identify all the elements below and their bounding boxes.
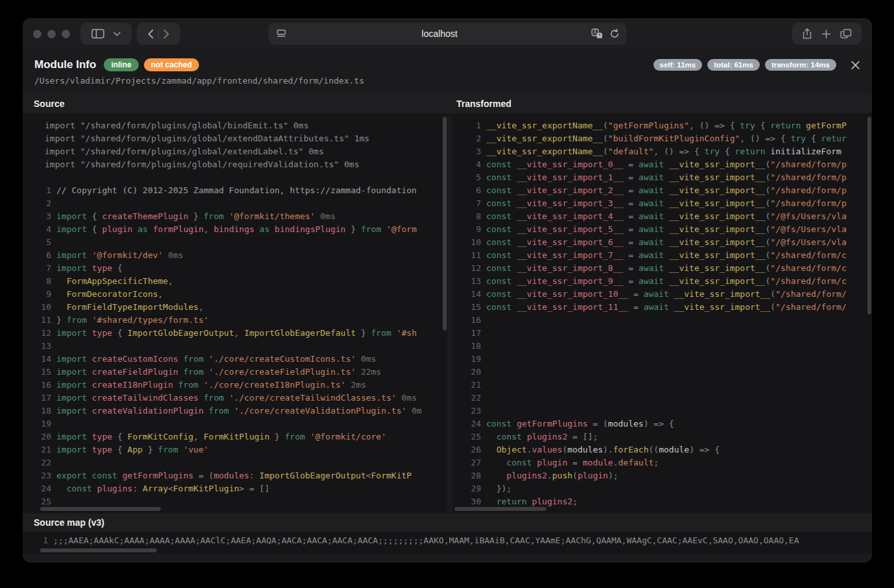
line-number: 18 [33,405,51,417]
source-vertical-scrollbar[interactable] [443,117,447,331]
minimize-window-button[interactable] [47,30,56,38]
line-number: 16 [463,314,481,327]
reload-button[interactable] [609,29,620,39]
share-button[interactable] [797,23,817,45]
code-line: 1// Copyright (C) 2012-2025 Zammad Found… [23,184,447,197]
code-line: 20 [453,366,872,379]
code-line: 18import createValidationPlugin from './… [23,405,447,417]
svg-text:A: A [593,30,597,36]
line-number: 1 [33,534,48,547]
line-number: 4 [463,158,481,171]
chevron-right-icon [163,29,169,39]
line-number: 3 [33,210,51,223]
sourcemap-header: Source map (v3) [23,513,872,532]
sidebar-toggle-button[interactable] [87,23,109,45]
code-line: 4const __vite_ssr_import_0__ = await __v… [453,158,872,171]
reload-icon [609,29,620,39]
line-number: 6 [33,249,51,262]
zoom-window-button[interactable] [62,30,70,38]
line-number: 20 [463,366,481,379]
reader-view-button[interactable] [275,23,288,45]
tabs-icon [840,29,852,39]
forward-button[interactable] [159,23,174,45]
code-line: 28 plugins2.push(plugin); [453,469,872,482]
code-line: 24 const plugins: Array<FormKitPlugin> =… [23,482,447,495]
code-panels: import "/shared/form/plugins/global/bind… [23,114,872,513]
translate-button[interactable]: A * [591,29,603,39]
svg-text:*: * [598,33,601,38]
new-tab-button[interactable] [817,23,836,45]
line-number: 30 [463,495,481,508]
chevron-down-icon [113,32,121,36]
code-line: 10 FormFieldTypeImportModules, [23,301,447,314]
code-line [23,171,447,184]
code-line: 30 return plugins2; [453,495,872,508]
close-icon [851,60,860,70]
line-number [33,158,40,171]
line-number: 20 [33,430,51,443]
line-number: 23 [33,469,51,482]
line-number: 12 [33,327,51,340]
code-line: 4import { plugin as formPlugin, bindings… [23,223,447,236]
code-line: 17 [453,327,872,340]
code-line: 2 [23,197,447,210]
code-line: 19 [23,417,447,430]
line-number: 22 [33,456,51,469]
line-number: 9 [33,288,51,301]
chevron-left-icon [148,29,154,39]
address-bar[interactable]: localhost A * [268,23,626,45]
source-horizontal-scrollbar[interactable] [40,507,161,511]
line-number: 6 [463,184,481,197]
line-number: 26 [463,443,481,456]
sidebar-menu-button[interactable] [109,23,125,45]
tab-overview-button[interactable] [836,23,856,45]
url-text: localhost [288,29,591,39]
module-info-header: Module Info inline not cached self: 11ms… [23,49,872,71]
sourcemap-horizontal-scrollbar[interactable] [40,548,157,552]
plus-icon [821,29,831,39]
code-line: 15const __vite_ssr_import_11__ = await _… [453,301,872,314]
back-button[interactable] [143,23,158,45]
code-line: 5 [23,236,447,249]
code-line: 22 [453,392,872,405]
transformed-vertical-scrollbar[interactable] [867,117,871,314]
line-number: 21 [33,443,51,456]
panel-headers: Source Transformed [23,94,872,114]
line-number: 23 [463,405,481,417]
code-line: 11const __vite_ssr_import_7__ = await __… [453,249,872,262]
browser-window: localhost A * [23,18,872,563]
toolbar-right-group [792,23,862,45]
line-number: 2 [463,132,481,145]
code-line: import "/shared/form/plugins/global/requ… [23,158,447,171]
code-line: 26 Object.values(modules).forEach((modul… [453,443,872,456]
code-line: 8const __vite_ssr_import_4__ = await __v… [453,210,872,223]
code-line: 1__vite_ssr_exportName__("getFormPlugins… [453,119,872,132]
translate-icon: A * [591,29,603,39]
transformed-horizontal-scrollbar[interactable] [454,507,547,511]
line-number: 19 [463,353,481,366]
code-line: 13 [23,340,447,353]
close-panel-button[interactable] [851,60,860,70]
line-number: 12 [463,262,481,275]
line-number: 7 [463,197,481,210]
code-line: 23 [453,405,872,417]
code-line: 27 const plugin = module.default; [453,456,872,469]
code-line: 1;;;AAEA;AAAkC;AAAA;AAAA;AAAA;AAClC;AAEA… [23,534,872,547]
sidebar-group [80,23,132,45]
line-number: 24 [33,482,51,495]
sourcemap-panel: 1;;;AAEA;AAAkC;AAAA;AAAA;AAAA;AAClC;AAEA… [23,532,872,554]
line-number: 18 [463,340,481,353]
code-line: 21import type { App } from 'vue' [23,443,447,456]
code-line: 20import type { FormKitConfig, FormKitPl… [23,430,447,443]
sourcemap-code: 1;;;AAEA;AAAkC;AAAA;AAAA;AAAA;AAClC;AAEA… [23,534,872,547]
line-number: 2 [33,197,51,210]
line-number: 15 [463,301,481,314]
code-line: 25 [23,495,447,508]
not-cached-badge: not cached [144,58,199,71]
close-window-button[interactable] [33,30,41,38]
code-line: 11} from '#shared/types/form.ts' [23,314,447,327]
line-number: 13 [463,275,481,288]
code-line: 9 FormDecoratorIcons, [23,288,447,301]
module-file-path: /Users/vladimir/Projects/zammad/app/fron… [23,71,872,86]
code-line: 7const __vite_ssr_import_3__ = await __v… [453,197,872,210]
